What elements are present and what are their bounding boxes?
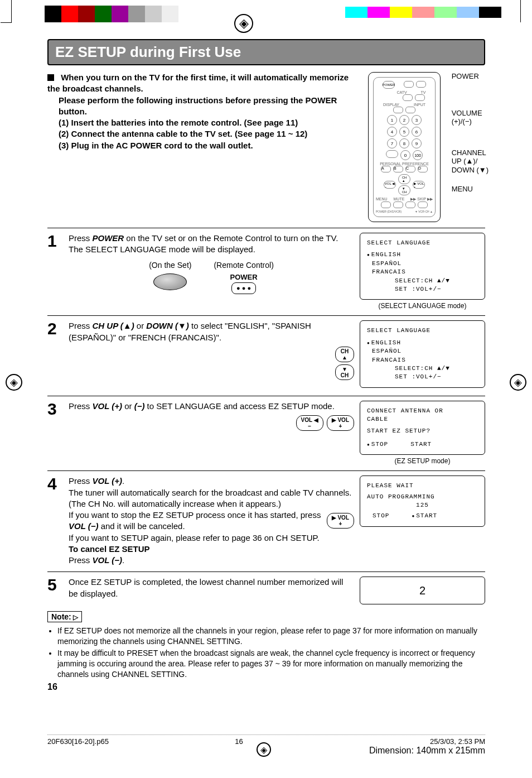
dvd-button bbox=[403, 94, 413, 101]
crop-color-bar-right bbox=[345, 7, 501, 18]
step-number-5: 5 bbox=[47, 577, 63, 604]
menu-button bbox=[381, 201, 391, 208]
step-number-4: 4 bbox=[47, 476, 63, 566]
vol-plus-button: ▶ VOL + bbox=[327, 415, 354, 431]
osd-caption-1: (SELECT LANGUAGE mode) bbox=[360, 302, 485, 310]
catv-button bbox=[404, 81, 414, 88]
power-button: POWER bbox=[383, 81, 395, 89]
ch-up-button: CH ▲ bbox=[335, 347, 354, 362]
section-title: EZ SETUP during First Use bbox=[50, 41, 483, 63]
skip-button bbox=[405, 201, 415, 208]
osd-select-language-1: SELECT LANGUAGE ENGLISH ESPAÑOL FRANCAIS… bbox=[360, 233, 485, 300]
step-3-body: Press VOL (+) or (−) to SET LANGUAGE and… bbox=[69, 401, 354, 465]
vol-minus-button: VOL ◀ − bbox=[296, 415, 323, 431]
osd-ez-setup: CONNECT ANTENNA OR CABLE START EZ SETUP?… bbox=[360, 401, 485, 455]
crop-mark bbox=[499, 0, 521, 22]
callout-channel: CHANNELUP (▲)/ DOWN (▼) bbox=[452, 148, 489, 175]
footer-file: 20F630[16-20].p65 bbox=[47, 737, 109, 756]
cancel-heading: To cancel EZ SETUP bbox=[69, 544, 150, 554]
pref-a: A bbox=[381, 166, 391, 172]
num-7: 7 bbox=[387, 138, 397, 148]
osd-channel-display: 2 bbox=[360, 577, 485, 604]
step-1-body: Press POWER on the TV set or on the Remo… bbox=[69, 233, 354, 310]
num-8: 8 bbox=[399, 138, 409, 148]
crop-color-bar-left bbox=[45, 6, 178, 22]
step-number-1: 1 bbox=[47, 233, 63, 310]
remote-control-diagram: POWER CATVTV DISPLAYINPUT 123 456 789 01… bbox=[368, 72, 441, 222]
num-2: 2 bbox=[399, 115, 409, 125]
callout-volume: VOLUME(+)/(−) bbox=[452, 109, 489, 126]
note-item-2: It may be difficult to PRESET when the b… bbox=[57, 648, 485, 680]
osd-caption-3: (EZ SETUP mode) bbox=[360, 457, 485, 465]
num-0: 0 bbox=[400, 150, 410, 160]
step-4-body: Press VOL (+). The tuner will automatica… bbox=[69, 476, 354, 566]
vol-minus: VOL ◀ − bbox=[384, 181, 396, 189]
power-label: POWER bbox=[214, 272, 273, 282]
num-3: 3 bbox=[412, 115, 422, 125]
note-label: Note: bbox=[47, 611, 82, 622]
footer-date: 25/3/03, 2:53 PM bbox=[369, 737, 485, 746]
intro-text: When you turn on the TV for the first ti… bbox=[47, 72, 362, 222]
callout-menu: MENU bbox=[452, 185, 489, 194]
num-4: 4 bbox=[387, 127, 397, 137]
registration-mark-left: ◈ bbox=[6, 374, 22, 391]
skip2-button bbox=[418, 201, 428, 208]
ch-down-button: ▼ CH bbox=[335, 364, 354, 380]
callout-power: POWER bbox=[452, 72, 489, 81]
osd-select-language-2: SELECT LANGUAGE ENGLISH ESPAÑOL FRANCAIS… bbox=[360, 320, 485, 387]
num-6: 6 bbox=[412, 127, 422, 137]
intro-item-3: (3) Plug in the AC POWER cord to the wal… bbox=[59, 140, 362, 151]
footer-page: 16 bbox=[235, 737, 243, 756]
input-button bbox=[405, 107, 415, 113]
intro-item-2: (2) Connect the antenna cable to the TV … bbox=[59, 128, 362, 140]
mute-button bbox=[393, 201, 403, 208]
tv-button bbox=[416, 81, 426, 88]
vol-plus-button-s4: ▶ VOL + bbox=[327, 513, 354, 529]
power-button-icon: ● ● ● bbox=[231, 282, 256, 294]
on-the-set-label: (On the Set) bbox=[149, 260, 191, 271]
notes-list: If EZ SETUP does not memorize all the ch… bbox=[47, 626, 485, 679]
pref-b: B bbox=[393, 166, 403, 172]
pref-d: D bbox=[418, 166, 428, 172]
osd-auto-programming: PLEASE WAIT AUTO PROGRAMMING 125 STOPSTA… bbox=[360, 476, 485, 527]
vol-plus: ▶ VOL + bbox=[413, 181, 425, 189]
footer-dimension: Dimension: 140mm x 215mm bbox=[369, 746, 485, 756]
personal-pref-label: PERSONAL PREFERENCE bbox=[376, 162, 433, 166]
remote-control-label: (Remote Control) bbox=[214, 260, 273, 271]
num-5: 5 bbox=[399, 127, 409, 137]
page-number: 16 bbox=[47, 682, 485, 692]
intro-item-1: (1) Insert the batteries into the remote… bbox=[59, 117, 362, 128]
step-2-body: Press CH UP (▲) or DOWN (▼) to select "E… bbox=[69, 320, 354, 390]
bullet-square-icon bbox=[47, 74, 54, 81]
step-number-2: 2 bbox=[47, 320, 63, 390]
num-1: 1 bbox=[387, 115, 397, 125]
display-button bbox=[393, 107, 403, 113]
flashback-button bbox=[386, 150, 398, 158]
note-item-1: If EZ SETUP does not memorize all the ch… bbox=[57, 626, 485, 647]
intro-line1: When you turn on the TV for the first ti… bbox=[47, 73, 349, 93]
tv-power-button-icon bbox=[153, 273, 187, 290]
footer: 20F630[16-20].p65 16 25/3/03, 2:53 PM Di… bbox=[47, 734, 485, 756]
num-100: 100 bbox=[413, 150, 423, 160]
step-5-body: Once EZ SETUP is completed, the lowest c… bbox=[69, 577, 354, 604]
ch-down: ▼ CH bbox=[398, 185, 410, 195]
num-9: 9 bbox=[412, 138, 422, 148]
section-title-box: EZ SETUP during First Use bbox=[47, 39, 485, 65]
crop-mark bbox=[11, 0, 33, 22]
ch-up: CH ▲ bbox=[398, 174, 410, 184]
step-number-3: 3 bbox=[47, 401, 63, 465]
registration-mark-right: ◈ bbox=[510, 374, 526, 391]
registration-mark-top: ◈ bbox=[234, 14, 253, 33]
intro-line2: Please perform the following instruction… bbox=[59, 95, 362, 118]
vcr-button bbox=[415, 94, 425, 101]
pref-c: C bbox=[405, 166, 415, 172]
